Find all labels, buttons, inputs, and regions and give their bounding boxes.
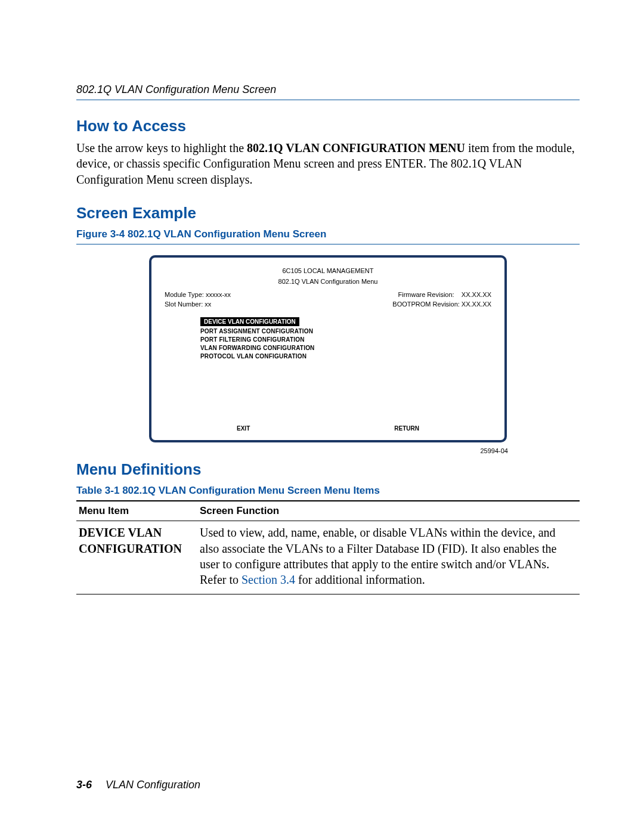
screen-menu-item: PORT FILTERING CONFIGURATION: [200, 336, 491, 343]
para-text: Use the arrow keys to highlight the: [76, 141, 247, 154]
screen-title-1: 6C105 LOCAL MANAGEMENT: [165, 267, 491, 274]
table-row: DEVICE VLAN CONFIGURATION Used to view, …: [76, 521, 580, 594]
figure-caption: Figure 3-4 802.1Q VLAN Configuration Men…: [76, 228, 580, 240]
screen-return: RETURN: [394, 425, 419, 432]
screen-exit: EXIT: [237, 425, 250, 432]
heading-screen-example: Screen Example: [76, 204, 580, 222]
link-section-3-4[interactable]: Section 3.4: [242, 573, 295, 586]
screen-illustration-wrap: 6C105 LOCAL MANAGEMENT 802.1Q VLAN Confi…: [76, 255, 580, 442]
chapter-title: VLAN Configuration: [106, 779, 200, 791]
heading-how-to-access: How to Access: [76, 117, 580, 135]
figure-rule: [76, 244, 580, 244]
page-number: 3-6: [76, 779, 92, 791]
screen-menu-selected: DEVICE VLAN CONFIGURATION: [200, 317, 299, 326]
screen-firmware: Firmware Revision: XX.XX.XX: [398, 291, 491, 298]
header-rule: [76, 100, 580, 100]
table-col-screen-function: Screen Function: [197, 501, 580, 521]
heading-menu-definitions: Menu Definitions: [76, 460, 580, 479]
screen-module-type: Module Type: xxxxx-xx: [165, 291, 231, 298]
screen-title-2: 802.1Q VLAN Configuration Menu: [165, 278, 491, 285]
running-header: 802.1Q VLAN Configuration Menu Screen: [76, 83, 580, 96]
table-cell-function: Used to view, add, name, enable, or disa…: [197, 521, 580, 594]
screen-menu-item: PORT ASSIGNMENT CONFIGURATION: [200, 328, 491, 335]
screen-menu-item: PROTOCOL VLAN CONFIGURATION: [200, 353, 491, 360]
cell-text-2: for additional information.: [295, 573, 425, 586]
table-col-menu-item: Menu Item: [76, 501, 197, 521]
screen-firmware-val: XX.XX.XX: [462, 291, 491, 298]
screen-firmware-label: Firmware Revision:: [398, 291, 454, 298]
page-footer: 3-6 VLAN Configuration: [76, 779, 200, 791]
table-caption: Table 3-1 802.1Q VLAN Configuration Menu…: [76, 485, 580, 497]
screen-bootprom: BOOTPROM Revision: XX.XX.XX: [392, 301, 491, 308]
screen-slot: Slot Number: xx: [165, 301, 211, 308]
para-bold: 802.1Q VLAN CONFIGURATION MENU: [247, 141, 465, 154]
screen-menu: DEVICE VLAN CONFIGURATION PORT ASSIGNMEN…: [200, 317, 491, 360]
terminal-screen: 6C105 LOCAL MANAGEMENT 802.1Q VLAN Confi…: [149, 255, 507, 442]
para-how-to-access: Use the arrow keys to highlight the 802.…: [76, 140, 580, 187]
table-cell-item: DEVICE VLAN CONFIGURATION: [76, 521, 197, 594]
menu-items-table: Menu Item Screen Function DEVICE VLAN CO…: [76, 500, 580, 594]
screen-menu-item: VLAN FORWARDING CONFIGURATION: [200, 345, 491, 351]
figure-id: 25994-04: [76, 447, 508, 454]
